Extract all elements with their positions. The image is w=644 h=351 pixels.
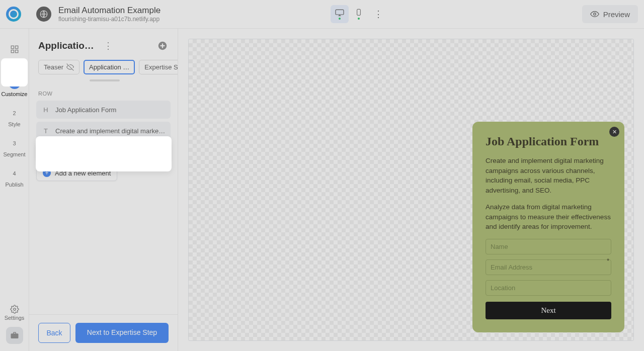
playbook-icon: [6, 41, 23, 58]
chip-teaser[interactable]: Teaser: [38, 60, 79, 74]
status-dot: [358, 18, 360, 20]
add-element-button[interactable]: + Add a new element: [36, 165, 117, 181]
project-name: Email Automation Example: [58, 6, 160, 16]
rail-step-publish[interactable]: 4 Publish: [0, 162, 29, 193]
row-label: ROW: [29, 81, 178, 101]
project-url: flourishing-tiramisu-a01c7b.netlify.app: [58, 16, 160, 23]
step-number: 1: [9, 77, 21, 89]
rail-step-style[interactable]: 2 Style: [0, 102, 29, 132]
panel-menu[interactable]: ⋮: [104, 40, 113, 51]
briefcase-icon: [10, 331, 19, 340]
step-number: 3: [9, 137, 21, 149]
rail-step-segment[interactable]: 3 Segment: [0, 132, 29, 162]
element-text[interactable]: T Create and implement digital marketing…: [36, 122, 171, 140]
device-switcher: ⋮: [331, 5, 386, 23]
rail-playbook[interactable]: Playbook: [0, 36, 29, 72]
svg-rect-1: [336, 10, 344, 15]
canvas: ✕ Job Application Form Create and implem…: [178, 29, 644, 351]
step-label: Publish: [5, 182, 23, 188]
step-label: Style: [8, 121, 20, 127]
step-chips: Teaser Application … Expertise S: [29, 57, 178, 77]
left-rail: Playbook 1 Customize 2 Style 3 Segment 4…: [0, 29, 29, 351]
rail-step-customize[interactable]: 1 Customize: [2, 72, 28, 102]
heading-icon: H: [41, 105, 50, 114]
svg-point-3: [593, 13, 596, 16]
step-label: Customize: [2, 91, 28, 97]
preview-button[interactable]: Preview: [582, 5, 638, 23]
rail-playbook-label: Playbook: [3, 61, 26, 67]
step-number: 4: [9, 167, 21, 180]
panel-title: Application F…: [38, 40, 99, 51]
element-list: H Job Application Form T Create and impl…: [29, 101, 178, 181]
project-title-block: Email Automation Example flourishing-tir…: [58, 6, 160, 23]
svg-rect-5: [15, 46, 18, 48]
svg-rect-7: [15, 50, 18, 53]
modal-paragraph-2: Analyze data from digital marketing camp…: [486, 202, 611, 232]
next-step-button[interactable]: Next to Expertise Step: [75, 323, 169, 343]
location-input[interactable]: [486, 280, 611, 296]
form-modal: ✕ Job Application Form Create and implem…: [472, 122, 624, 332]
svg-rect-4: [11, 46, 14, 48]
app-logo[interactable]: [6, 7, 21, 22]
desktop-icon: [335, 9, 345, 17]
element-heading[interactable]: H Job Application Form: [36, 101, 171, 119]
svg-rect-6: [11, 50, 14, 53]
settings-button[interactable]: Settings: [5, 305, 25, 321]
step-number: 2: [9, 107, 21, 119]
text-icon: T: [41, 126, 50, 135]
add-step-button[interactable]: [156, 40, 169, 52]
canvas-preview[interactable]: ✕ Job Application Form Create and implem…: [188, 39, 634, 341]
briefcase-button[interactable]: [6, 327, 23, 344]
settings-label: Settings: [5, 315, 25, 321]
side-panel: Application F… ⋮ Teaser Application … Ex…: [29, 29, 178, 351]
email-input[interactable]: [486, 259, 611, 275]
svg-point-8: [13, 308, 16, 311]
plus-icon: +: [43, 169, 51, 177]
status-dot: [339, 18, 341, 20]
topbar: Email Automation Example flourishing-tir…: [0, 0, 644, 29]
more-menu[interactable]: ⋮: [371, 9, 386, 20]
svg-rect-11: [162, 44, 163, 48]
gear-icon: [10, 305, 19, 314]
form-icon: [41, 147, 50, 156]
element-form[interactable]: Form: [36, 143, 171, 161]
mobile-device-button[interactable]: [350, 5, 368, 23]
name-input[interactable]: [486, 239, 611, 254]
mobile-icon: [354, 9, 364, 17]
desktop-device-button[interactable]: [331, 5, 349, 23]
preview-label: Preview: [603, 10, 630, 19]
modal-title: Job Application Form: [486, 135, 611, 149]
back-button[interactable]: Back: [38, 323, 70, 343]
modal-paragraph-1: Create and implement digital marketing c…: [486, 156, 611, 195]
hidden-icon: [66, 63, 74, 71]
modal-next-button[interactable]: Next: [486, 302, 611, 319]
chip-expertise[interactable]: Expertise S: [139, 60, 178, 74]
plus-circle-icon: [158, 41, 167, 50]
eye-icon: [590, 10, 599, 19]
svg-rect-2: [357, 9, 360, 15]
step-label: Segment: [3, 151, 25, 157]
globe-icon[interactable]: [36, 7, 51, 22]
close-button[interactable]: ✕: [609, 127, 619, 137]
chip-application[interactable]: Application …: [84, 60, 135, 74]
